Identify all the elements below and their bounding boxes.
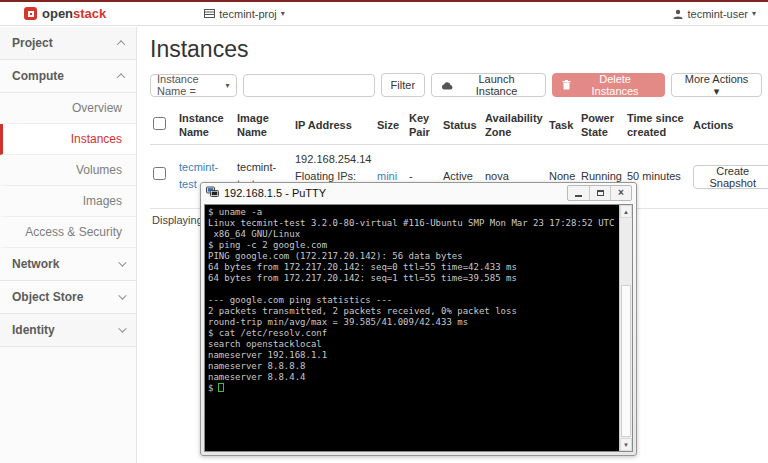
delete-instances-label: Delete Instances xyxy=(575,73,655,97)
project-selector[interactable]: tecmint-proj ▾ xyxy=(204,8,284,20)
col-instance-name: Instance Name xyxy=(176,107,234,144)
terminal-line: nameserver 8.8.4.4 xyxy=(208,372,619,383)
terminal-output[interactable]: $ uname -a Linux tecmint-test 3.2.0-80-v… xyxy=(205,205,619,451)
table-header-row: Instance Name Image Name IP Address Size… xyxy=(150,107,768,144)
terminal-line: $ uname -a xyxy=(208,207,619,218)
row-actions: Create Snapshot ▾ xyxy=(693,165,768,189)
scroll-down-arrow-icon[interactable]: ▼ xyxy=(620,438,632,451)
terminal-line: nameserver 8.8.8.8 xyxy=(208,361,619,372)
sidebar: Project Compute Overview Instances Volum… xyxy=(0,27,137,463)
terminal-line: $ ping -c 2 google.com xyxy=(208,240,619,251)
sidebar-section-project[interactable]: Project xyxy=(0,27,136,60)
sidebar-item-volumes[interactable]: Volumes xyxy=(0,155,136,186)
sidebar-section-compute[interactable]: Compute xyxy=(0,60,136,93)
putty-app-icon xyxy=(206,186,219,200)
maximize-icon xyxy=(597,190,604,196)
table-controls: Instance Name = ▾ Filter Launch Instance… xyxy=(150,73,762,97)
terminal-line: x86_64 GNU/Linux xyxy=(208,229,619,240)
col-time-since-created: Time since created xyxy=(624,107,690,144)
terminal-line: Linux tecmint-test 3.2.0-80-virtual #116… xyxy=(208,218,619,229)
terminal-cursor xyxy=(218,383,224,392)
sidebar-section-identity-label: Identity xyxy=(12,323,55,337)
sidebar-section-compute-label: Compute xyxy=(12,69,64,83)
sidebar-section-network[interactable]: Network xyxy=(0,248,136,281)
row-checkbox[interactable] xyxy=(153,167,166,180)
chevron-down-icon xyxy=(118,291,126,299)
select-all-checkbox[interactable] xyxy=(153,117,166,130)
user-icon xyxy=(673,9,683,19)
page-title: Instances xyxy=(150,36,762,63)
trash-icon xyxy=(562,80,571,90)
cloud-launch-icon xyxy=(441,81,453,90)
chevron-up-icon xyxy=(117,73,125,81)
terminal-line: round-trip min/avg/max = 39.585/41.009/4… xyxy=(208,317,619,328)
terminal-line: 2 packets transmitted, 2 packets receive… xyxy=(208,306,619,317)
sidebar-item-instances[interactable]: Instances xyxy=(0,124,136,155)
sidebar-item-overview[interactable]: Overview xyxy=(0,93,136,124)
chevron-down-icon xyxy=(118,258,126,266)
terminal-line: PING google.com (172.217.20.142): 56 dat… xyxy=(208,251,619,262)
putty-window-title: 192.168.1.5 - PuTTY xyxy=(224,187,326,199)
user-menu[interactable]: tecmint-user ▾ xyxy=(673,8,756,20)
sidebar-section-object-store-label: Object Store xyxy=(12,290,83,304)
create-snapshot-button[interactable]: Create Snapshot xyxy=(693,165,768,189)
filter-button[interactable]: Filter xyxy=(381,73,425,97)
scrollbar-thumb[interactable] xyxy=(621,285,631,437)
filter-field-selected: Instance Name = xyxy=(157,73,226,97)
terminal-line: $ cat /etc/resolv.conf xyxy=(208,328,619,339)
terminal-line: nameserver 192.168.1.1 xyxy=(208,350,619,361)
terminal-line: 64 bytes from 172.217.20.142: seq=0 ttl=… xyxy=(208,262,619,273)
sidebar-item-images[interactable]: Images xyxy=(0,186,136,217)
chevron-down-icon: ▾ xyxy=(752,9,756,18)
minimize-icon xyxy=(575,195,582,197)
terminal-line: search openstacklocal xyxy=(208,339,619,350)
terminal-line xyxy=(208,284,619,295)
openstack-logo[interactable]: openstack xyxy=(24,6,106,21)
project-icon xyxy=(204,9,215,18)
brand-text-stack: stack xyxy=(73,6,106,21)
col-availability-zone: Availability Zone xyxy=(482,107,546,144)
col-ip-address: IP Address xyxy=(292,107,374,144)
chevron-down-icon: ▾ xyxy=(226,81,230,90)
filter-input[interactable] xyxy=(243,74,375,97)
sidebar-section-object-store[interactable]: Object Store xyxy=(0,281,136,314)
chevron-up-icon xyxy=(117,40,125,48)
col-task: Task xyxy=(546,107,578,144)
user-menu-label: tecmint-user xyxy=(687,8,748,20)
more-actions-button[interactable]: More Actions ▾ xyxy=(671,73,762,97)
terminal-prompt-line: $ xyxy=(208,383,619,394)
putty-window[interactable]: 192.168.1.5 - PuTTY × $ uname -a Linux t… xyxy=(200,182,637,456)
col-power-state: Power State xyxy=(578,107,624,144)
col-key-pair: Key Pair xyxy=(406,107,440,144)
chevron-down-icon xyxy=(118,324,126,332)
top-navbar: openstack tecmint-proj ▾ tecmint-user ▾ xyxy=(0,2,768,26)
putty-titlebar[interactable]: 192.168.1.5 - PuTTY × xyxy=(201,183,636,203)
putty-terminal-area[interactable]: $ uname -a Linux tecmint-test 3.2.0-80-v… xyxy=(204,204,633,452)
close-button[interactable]: × xyxy=(610,186,631,200)
sidebar-item-access-security[interactable]: Access & Security xyxy=(0,217,136,248)
chevron-down-icon: ▾ xyxy=(281,9,285,18)
brand-text-open: open xyxy=(42,6,73,21)
maximize-button[interactable] xyxy=(589,186,610,200)
window-controls: × xyxy=(567,185,632,201)
sidebar-section-network-label: Network xyxy=(12,257,59,271)
filter-field-select[interactable]: Instance Name = ▾ xyxy=(150,74,237,97)
launch-instance-button[interactable]: Launch Instance xyxy=(431,73,546,97)
terminal-line: --- google.com ping statistics --- xyxy=(208,295,619,306)
launch-instance-label: Launch Instance xyxy=(457,73,536,97)
col-status: Status xyxy=(440,107,482,144)
terminal-line: 64 bytes from 172.217.20.142: seq=1 ttl=… xyxy=(208,273,619,284)
col-size: Size xyxy=(374,107,406,144)
size-link[interactable]: mini xyxy=(377,170,397,182)
close-icon: × xyxy=(618,188,624,198)
minimize-button[interactable] xyxy=(568,186,589,200)
sidebar-section-identity[interactable]: Identity xyxy=(0,314,136,347)
sidebar-section-project-label: Project xyxy=(12,36,53,50)
scroll-up-arrow-icon[interactable]: ▲ xyxy=(620,205,632,218)
terminal-prompt: $ xyxy=(208,383,213,393)
col-actions: Actions xyxy=(690,107,768,144)
project-selector-label: tecmint-proj xyxy=(219,8,276,20)
delete-instances-button[interactable]: Delete Instances xyxy=(552,73,665,97)
terminal-scrollbar[interactable]: ▲ ▼ xyxy=(619,205,632,451)
col-image-name: Image Name xyxy=(234,107,292,144)
